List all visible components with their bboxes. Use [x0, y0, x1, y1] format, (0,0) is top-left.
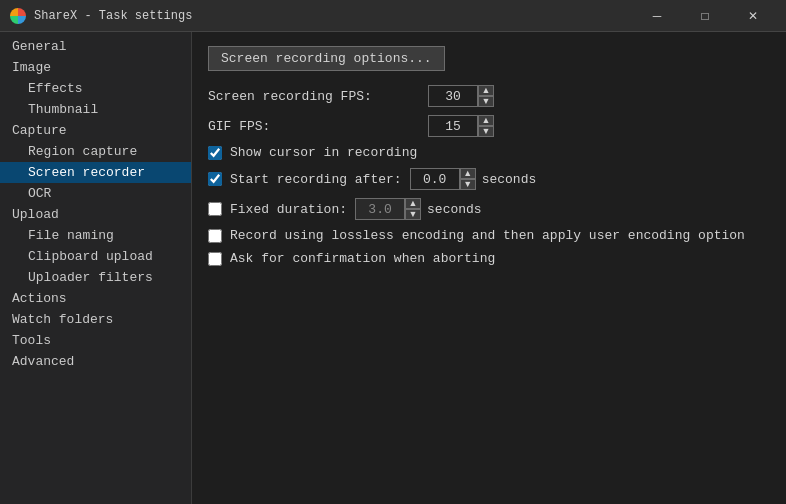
sidebar-item-general[interactable]: General — [0, 36, 191, 57]
fixed-duration-down-button[interactable]: ▼ — [405, 209, 421, 220]
fixed-duration-label: Fixed duration: — [230, 202, 347, 217]
fixed-duration-checkbox[interactable] — [208, 202, 222, 216]
sidebar-item-image[interactable]: Image — [0, 57, 191, 78]
screen-recording-options-button[interactable]: Screen recording options... — [208, 46, 445, 71]
sidebar-item-clipboard-upload[interactable]: Clipboard upload — [0, 246, 191, 267]
lossless-label: Record using lossless encoding and then … — [230, 228, 745, 243]
sidebar-item-file-naming[interactable]: File naming — [0, 225, 191, 246]
start-recording-up-button[interactable]: ▲ — [460, 168, 476, 179]
gif-fps-input[interactable] — [428, 115, 478, 137]
start-recording-spinbox: ▲ ▼ — [410, 168, 476, 190]
sidebar-item-actions[interactable]: Actions — [0, 288, 191, 309]
sidebar-item-tools[interactable]: Tools — [0, 330, 191, 351]
lossless-checkbox[interactable] — [208, 229, 222, 243]
start-recording-spinbox-buttons: ▲ ▼ — [460, 168, 476, 190]
sharex-icon — [10, 8, 26, 24]
sidebar-item-uploader-filters[interactable]: Uploader filters — [0, 267, 191, 288]
window-title: ShareX - Task settings — [34, 9, 634, 23]
screen-fps-spinbox-buttons: ▲ ▼ — [478, 85, 494, 107]
screen-fps-spinbox: ▲ ▼ — [428, 85, 494, 107]
fixed-duration-spinbox-buttons: ▲ ▼ — [405, 198, 421, 220]
screen-fps-down-button[interactable]: ▼ — [478, 96, 494, 107]
start-recording-checkbox[interactable] — [208, 172, 222, 186]
close-button[interactable]: ✕ — [730, 0, 776, 32]
sidebar-item-effects[interactable]: Effects — [0, 78, 191, 99]
ask-confirm-row: Ask for confirmation when aborting — [208, 251, 770, 266]
start-recording-seconds-label: seconds — [482, 172, 537, 187]
minimize-button[interactable]: ─ — [634, 0, 680, 32]
gif-fps-row: GIF FPS: ▲ ▼ — [208, 115, 770, 137]
fixed-duration-row: Fixed duration: ▲ ▼ seconds — [208, 198, 770, 220]
screen-fps-up-button[interactable]: ▲ — [478, 85, 494, 96]
start-recording-input[interactable] — [410, 168, 460, 190]
sidebar-item-ocr[interactable]: OCR — [0, 183, 191, 204]
screen-fps-label: Screen recording FPS: — [208, 89, 428, 104]
show-cursor-checkbox[interactable] — [208, 146, 222, 160]
fixed-duration-up-button[interactable]: ▲ — [405, 198, 421, 209]
start-recording-label: Start recording after: — [230, 172, 402, 187]
gif-fps-up-button[interactable]: ▲ — [478, 115, 494, 126]
sidebar-item-thumbnail[interactable]: Thumbnail — [0, 99, 191, 120]
sidebar-item-region-capture[interactable]: Region capture — [0, 141, 191, 162]
show-cursor-row: Show cursor in recording — [208, 145, 770, 160]
sidebar-item-capture[interactable]: Capture — [0, 120, 191, 141]
gif-fps-label: GIF FPS: — [208, 119, 428, 134]
fixed-duration-spinbox: ▲ ▼ — [355, 198, 421, 220]
fixed-duration-seconds-label: seconds — [427, 202, 482, 217]
show-cursor-label: Show cursor in recording — [230, 145, 417, 160]
gif-fps-spinbox: ▲ ▼ — [428, 115, 494, 137]
screen-fps-input[interactable] — [428, 85, 478, 107]
main-container: General Image Effects Thumbnail Capture … — [0, 32, 786, 504]
gif-fps-down-button[interactable]: ▼ — [478, 126, 494, 137]
fixed-duration-input[interactable] — [355, 198, 405, 220]
ask-confirm-label: Ask for confirmation when aborting — [230, 251, 495, 266]
maximize-button[interactable]: □ — [682, 0, 728, 32]
sidebar-item-advanced[interactable]: Advanced — [0, 351, 191, 372]
title-bar: ShareX - Task settings ─ □ ✕ — [0, 0, 786, 32]
lossless-row: Record using lossless encoding and then … — [208, 228, 770, 243]
gif-fps-spinbox-buttons: ▲ ▼ — [478, 115, 494, 137]
title-controls: ─ □ ✕ — [634, 0, 776, 32]
sidebar: General Image Effects Thumbnail Capture … — [0, 32, 192, 504]
ask-confirm-checkbox[interactable] — [208, 252, 222, 266]
sidebar-item-watch-folders[interactable]: Watch folders — [0, 309, 191, 330]
sidebar-item-upload[interactable]: Upload — [0, 204, 191, 225]
screen-fps-row: Screen recording FPS: ▲ ▼ — [208, 85, 770, 107]
start-recording-row: Start recording after: ▲ ▼ seconds — [208, 168, 770, 190]
sidebar-item-screen-recorder[interactable]: Screen recorder — [0, 162, 191, 183]
start-recording-down-button[interactable]: ▼ — [460, 179, 476, 190]
content-panel: Screen recording options... Screen recor… — [192, 32, 786, 504]
